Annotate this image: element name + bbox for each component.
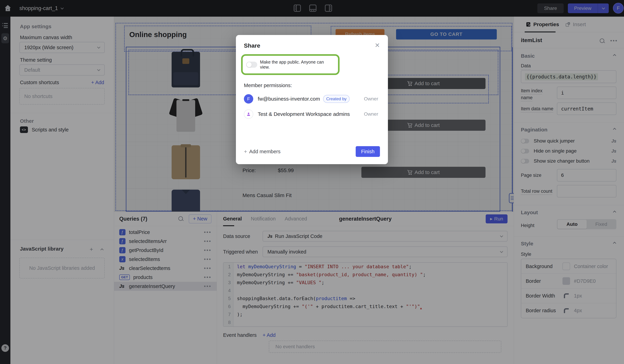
public-toggle-label: Make the app public. Anyone can view. [260, 60, 335, 70]
member-name: fw@business-inventor.com [258, 96, 320, 102]
member-role[interactable]: Owner [364, 96, 378, 102]
person-icon [246, 112, 251, 116]
avatar: F [244, 94, 253, 103]
annotation-highlight-ring: Make the app public. Anyone can view. [241, 54, 339, 75]
add-members-link[interactable]: +Add members [244, 148, 281, 155]
plus-icon: + [244, 148, 247, 155]
group-avatar [244, 109, 253, 119]
share-modal: Share ✕ Make the app public. Anyone can … [236, 35, 388, 164]
member-row-owner: F fw@business-inventor.com Created by Ow… [244, 94, 380, 103]
close-icon[interactable]: ✕ [375, 42, 380, 49]
created-by-badge: Created by [323, 95, 350, 103]
member-role[interactable]: Owner [364, 111, 378, 117]
member-row-admins: Test & Development Workspace admins Owne… [244, 109, 380, 119]
member-permissions-label: Member permissions: [244, 83, 380, 88]
app-root: Online shopping Refresh items GO TO CART… [0, 0, 624, 364]
public-toggle-off[interactable] [246, 62, 257, 68]
add-members-label: Add members [249, 149, 281, 154]
finish-button[interactable]: Finish [356, 146, 380, 157]
modal-title: Share [244, 42, 260, 49]
member-name: Test & Development Workspace admins [258, 111, 350, 117]
